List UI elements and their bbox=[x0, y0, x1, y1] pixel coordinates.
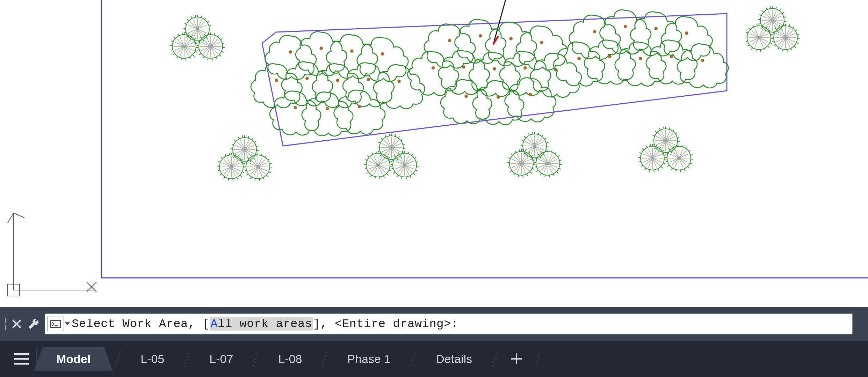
tab-label: L-05 bbox=[140, 352, 164, 366]
command-line-bar: Select Work Area, [All work areas], <Ent… bbox=[0, 307, 868, 341]
tab-separator bbox=[411, 351, 416, 367]
svg-marker-53 bbox=[65, 322, 70, 325]
cmd-prompt-suffix: >: bbox=[444, 317, 458, 331]
tab-separator bbox=[115, 351, 121, 367]
chevron-down-icon[interactable] bbox=[64, 317, 71, 331]
wrench-icon[interactable] bbox=[25, 316, 42, 332]
commandline-drag-grip[interactable] bbox=[2, 307, 8, 341]
svg-line-46 bbox=[8, 213, 14, 223]
drawing-canvas[interactable] bbox=[0, 0, 868, 307]
tab-label: L-08 bbox=[278, 352, 302, 366]
tab-label: L-07 bbox=[209, 352, 233, 366]
tab-separator bbox=[492, 351, 498, 367]
cmd-option-hotkey: A bbox=[210, 317, 218, 331]
close-icon[interactable] bbox=[8, 316, 25, 332]
tab-separator bbox=[322, 351, 327, 367]
tab-separator bbox=[184, 351, 190, 367]
svg-line-47 bbox=[14, 213, 24, 218]
tab-l07[interactable]: L-07 bbox=[196, 347, 246, 371]
tab-label: Model bbox=[56, 352, 91, 366]
add-layout-button[interactable] bbox=[504, 347, 529, 371]
tab-label: Phase 1 bbox=[347, 352, 391, 366]
terminal-icon bbox=[47, 317, 64, 331]
cmd-prompt-mid: ], < bbox=[313, 317, 342, 331]
tab-details[interactable]: Details bbox=[422, 347, 485, 371]
tab-separator bbox=[253, 351, 259, 367]
layout-tabs-bar: Model L-05 L-07 L-08 Phase 1 Details bbox=[0, 341, 868, 377]
svg-rect-51 bbox=[51, 320, 60, 327]
hamburger-icon[interactable] bbox=[7, 348, 37, 369]
cmd-option-rest: ll work areas bbox=[218, 317, 312, 331]
tab-l05[interactable]: L-05 bbox=[127, 347, 178, 371]
svg-marker-38 bbox=[262, 14, 727, 146]
svg-rect-37 bbox=[101, 0, 868, 278]
tab-separator bbox=[536, 351, 541, 367]
cmd-prompt-prefix: Select Work Area, [ bbox=[72, 317, 210, 331]
command-line-input[interactable]: Select Work Area, [All work areas], <Ent… bbox=[45, 313, 853, 334]
tab-phase1[interactable]: Phase 1 bbox=[334, 347, 404, 371]
tab-l08[interactable]: L-08 bbox=[265, 347, 315, 371]
cmd-default: Entire drawing bbox=[342, 317, 444, 331]
command-line-text: Select Work Area, [All work areas], <Ent… bbox=[72, 317, 458, 331]
tab-model[interactable]: Model bbox=[43, 347, 104, 371]
tab-label: Details bbox=[436, 352, 472, 366]
